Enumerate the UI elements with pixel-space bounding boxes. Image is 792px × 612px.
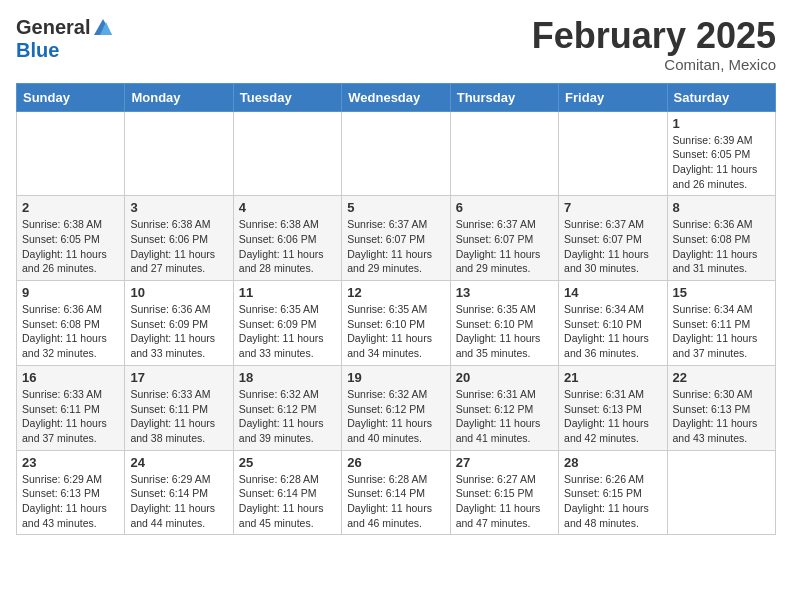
calendar-cell [125,111,233,196]
calendar-cell: 2Sunrise: 6:38 AM Sunset: 6:05 PM Daylig… [17,196,125,281]
day-number: 8 [673,200,770,215]
calendar-week-row: 23Sunrise: 6:29 AM Sunset: 6:13 PM Dayli… [17,450,776,535]
calendar-week-row: 1Sunrise: 6:39 AM Sunset: 6:05 PM Daylig… [17,111,776,196]
day-info: Sunrise: 6:37 AM Sunset: 6:07 PM Dayligh… [564,217,661,276]
day-info: Sunrise: 6:32 AM Sunset: 6:12 PM Dayligh… [239,387,336,446]
calendar-cell: 10Sunrise: 6:36 AM Sunset: 6:09 PM Dayli… [125,281,233,366]
calendar-cell: 18Sunrise: 6:32 AM Sunset: 6:12 PM Dayli… [233,365,341,450]
day-info: Sunrise: 6:35 AM Sunset: 6:10 PM Dayligh… [347,302,444,361]
day-number: 2 [22,200,119,215]
day-number: 19 [347,370,444,385]
day-info: Sunrise: 6:36 AM Sunset: 6:08 PM Dayligh… [22,302,119,361]
calendar-cell: 22Sunrise: 6:30 AM Sunset: 6:13 PM Dayli… [667,365,775,450]
day-number: 1 [673,116,770,131]
calendar-cell: 9Sunrise: 6:36 AM Sunset: 6:08 PM Daylig… [17,281,125,366]
day-info: Sunrise: 6:30 AM Sunset: 6:13 PM Dayligh… [673,387,770,446]
day-info: Sunrise: 6:27 AM Sunset: 6:15 PM Dayligh… [456,472,553,531]
day-info: Sunrise: 6:31 AM Sunset: 6:12 PM Dayligh… [456,387,553,446]
calendar-cell: 7Sunrise: 6:37 AM Sunset: 6:07 PM Daylig… [559,196,667,281]
calendar-cell: 14Sunrise: 6:34 AM Sunset: 6:10 PM Dayli… [559,281,667,366]
day-number: 24 [130,455,227,470]
calendar-cell: 17Sunrise: 6:33 AM Sunset: 6:11 PM Dayli… [125,365,233,450]
calendar-week-row: 2Sunrise: 6:38 AM Sunset: 6:05 PM Daylig… [17,196,776,281]
calendar-cell: 3Sunrise: 6:38 AM Sunset: 6:06 PM Daylig… [125,196,233,281]
day-info: Sunrise: 6:31 AM Sunset: 6:13 PM Dayligh… [564,387,661,446]
calendar-day-header: Sunday [17,83,125,111]
day-number: 17 [130,370,227,385]
day-info: Sunrise: 6:26 AM Sunset: 6:15 PM Dayligh… [564,472,661,531]
day-number: 28 [564,455,661,470]
day-number: 21 [564,370,661,385]
logo-icon [92,17,114,39]
day-info: Sunrise: 6:35 AM Sunset: 6:10 PM Dayligh… [456,302,553,361]
calendar-cell: 8Sunrise: 6:36 AM Sunset: 6:08 PM Daylig… [667,196,775,281]
day-info: Sunrise: 6:38 AM Sunset: 6:05 PM Dayligh… [22,217,119,276]
day-number: 11 [239,285,336,300]
calendar-cell: 4Sunrise: 6:38 AM Sunset: 6:06 PM Daylig… [233,196,341,281]
day-number: 5 [347,200,444,215]
title-block: February 2025 Comitan, Mexico [532,16,776,73]
logo-blue-text: Blue [16,39,59,62]
day-number: 20 [456,370,553,385]
calendar-cell: 5Sunrise: 6:37 AM Sunset: 6:07 PM Daylig… [342,196,450,281]
calendar-cell: 15Sunrise: 6:34 AM Sunset: 6:11 PM Dayli… [667,281,775,366]
calendar-week-row: 16Sunrise: 6:33 AM Sunset: 6:11 PM Dayli… [17,365,776,450]
calendar-cell: 21Sunrise: 6:31 AM Sunset: 6:13 PM Dayli… [559,365,667,450]
calendar-cell [667,450,775,535]
day-info: Sunrise: 6:28 AM Sunset: 6:14 PM Dayligh… [239,472,336,531]
calendar-cell [559,111,667,196]
day-number: 22 [673,370,770,385]
month-title: February 2025 [532,16,776,56]
day-info: Sunrise: 6:34 AM Sunset: 6:11 PM Dayligh… [673,302,770,361]
day-info: Sunrise: 6:38 AM Sunset: 6:06 PM Dayligh… [239,217,336,276]
day-number: 27 [456,455,553,470]
calendar-cell: 25Sunrise: 6:28 AM Sunset: 6:14 PM Dayli… [233,450,341,535]
day-number: 26 [347,455,444,470]
day-number: 12 [347,285,444,300]
calendar-cell: 28Sunrise: 6:26 AM Sunset: 6:15 PM Dayli… [559,450,667,535]
day-number: 15 [673,285,770,300]
calendar-cell: 16Sunrise: 6:33 AM Sunset: 6:11 PM Dayli… [17,365,125,450]
day-number: 6 [456,200,553,215]
day-info: Sunrise: 6:28 AM Sunset: 6:14 PM Dayligh… [347,472,444,531]
day-number: 16 [22,370,119,385]
day-info: Sunrise: 6:37 AM Sunset: 6:07 PM Dayligh… [347,217,444,276]
day-number: 14 [564,285,661,300]
day-info: Sunrise: 6:33 AM Sunset: 6:11 PM Dayligh… [130,387,227,446]
logo: General Blue [16,16,114,62]
calendar-cell: 11Sunrise: 6:35 AM Sunset: 6:09 PM Dayli… [233,281,341,366]
calendar-day-header: Thursday [450,83,558,111]
day-info: Sunrise: 6:36 AM Sunset: 6:08 PM Dayligh… [673,217,770,276]
calendar-cell [450,111,558,196]
calendar-cell: 12Sunrise: 6:35 AM Sunset: 6:10 PM Dayli… [342,281,450,366]
calendar-cell [342,111,450,196]
day-number: 25 [239,455,336,470]
calendar-cell: 6Sunrise: 6:37 AM Sunset: 6:07 PM Daylig… [450,196,558,281]
day-info: Sunrise: 6:36 AM Sunset: 6:09 PM Dayligh… [130,302,227,361]
day-number: 7 [564,200,661,215]
day-number: 10 [130,285,227,300]
calendar-week-row: 9Sunrise: 6:36 AM Sunset: 6:08 PM Daylig… [17,281,776,366]
calendar-cell [233,111,341,196]
calendar-cell: 1Sunrise: 6:39 AM Sunset: 6:05 PM Daylig… [667,111,775,196]
day-number: 4 [239,200,336,215]
calendar-day-header: Saturday [667,83,775,111]
day-number: 18 [239,370,336,385]
calendar-cell: 13Sunrise: 6:35 AM Sunset: 6:10 PM Dayli… [450,281,558,366]
day-info: Sunrise: 6:29 AM Sunset: 6:14 PM Dayligh… [130,472,227,531]
calendar-day-header: Monday [125,83,233,111]
calendar-day-header: Wednesday [342,83,450,111]
calendar-cell: 20Sunrise: 6:31 AM Sunset: 6:12 PM Dayli… [450,365,558,450]
calendar-header-row: SundayMondayTuesdayWednesdayThursdayFrid… [17,83,776,111]
day-number: 9 [22,285,119,300]
day-info: Sunrise: 6:37 AM Sunset: 6:07 PM Dayligh… [456,217,553,276]
calendar-day-header: Tuesday [233,83,341,111]
day-info: Sunrise: 6:35 AM Sunset: 6:09 PM Dayligh… [239,302,336,361]
day-number: 23 [22,455,119,470]
day-info: Sunrise: 6:34 AM Sunset: 6:10 PM Dayligh… [564,302,661,361]
location: Comitan, Mexico [532,56,776,73]
calendar-day-header: Friday [559,83,667,111]
calendar-cell: 24Sunrise: 6:29 AM Sunset: 6:14 PM Dayli… [125,450,233,535]
day-info: Sunrise: 6:38 AM Sunset: 6:06 PM Dayligh… [130,217,227,276]
page-header: General Blue February 2025 Comitan, Mexi… [16,16,776,73]
